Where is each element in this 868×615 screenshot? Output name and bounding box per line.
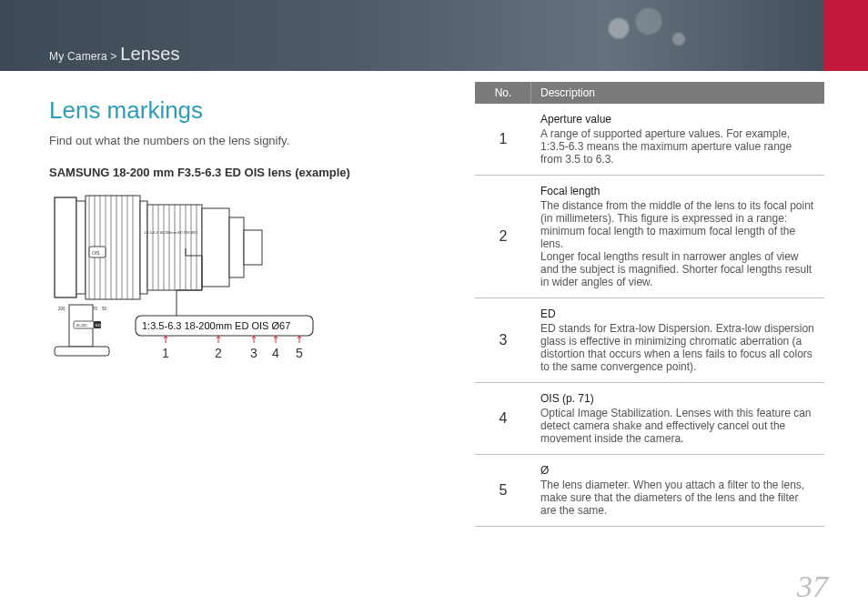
table-row: 3 EDED stands for Extra-low Dispersion. … [475, 298, 824, 383]
svg-text:200: 200 [58, 307, 66, 311]
breadcrumb-separator: > [110, 50, 116, 63]
svg-rect-7 [244, 230, 262, 265]
svg-rect-6 [229, 217, 244, 277]
example-lens-title: SAMSUNG 18-200 mm F3.5-6.3 ED OIS lens (… [49, 166, 431, 179]
row-desc: EDED stands for Extra-low Dispersion. Ex… [531, 298, 824, 383]
markings-text: 1:3.5-6.3 18-200mm ED OIS Ø67 [142, 320, 290, 331]
intro-text: Find out what the numbers on the lens si… [49, 134, 431, 147]
marking-label-2: 2 [215, 346, 222, 360]
svg-rect-5 [202, 208, 229, 287]
table-row: 1 Aperture valueA range of supported ape… [475, 104, 824, 176]
table-row: 2 Focal lengthThe distance from the midd… [475, 176, 824, 298]
svg-text:18-200: 18-200 [76, 323, 87, 328]
content-area: Lens markings Find out what the numbers … [49, 82, 824, 579]
lens-flare-decoration [559, 0, 759, 71]
table-row: 4 OIS (p. 71)Optical Image Stabilization… [475, 383, 824, 455]
marking-label-4: 4 [272, 346, 279, 360]
row-desc: Aperture valueA range of supported apert… [531, 104, 824, 176]
breadcrumb: My Camera > Lenses [49, 44, 180, 65]
th-no: No. [475, 82, 531, 104]
lens-diagram: OIS 2001351007050 1:3.5-6.3 18-200mm ED … [49, 190, 322, 390]
row-no: 5 [475, 455, 531, 527]
marking-label-3: 3 [250, 346, 257, 360]
marking-label-1: 1 [162, 346, 169, 360]
left-column: Lens markings Find out what the numbers … [49, 82, 431, 579]
row-no: 4 [475, 383, 531, 455]
svg-rect-1 [76, 201, 86, 294]
svg-rect-3 [140, 201, 147, 294]
row-desc: OIS (p. 71)Optical Image Stabilization. … [531, 383, 824, 455]
markings-table: No. Description 1 Aperture valueA range … [475, 82, 824, 527]
row-desc: ØThe lens diameter. When you attach a fi… [531, 455, 824, 527]
svg-rect-0 [55, 197, 76, 297]
svg-text:70: 70 [93, 307, 98, 311]
th-desc: Description [531, 82, 824, 104]
manual-page: My Camera > Lenses Lens markings Find ou… [0, 0, 868, 615]
svg-text:OIS: OIS [92, 250, 100, 256]
svg-text:50: 50 [102, 307, 107, 311]
row-no: 3 [475, 298, 531, 383]
row-no: 2 [475, 176, 531, 298]
breadcrumb-section: My Camera [49, 50, 107, 63]
svg-rect-51 [55, 347, 109, 356]
row-no: 1 [475, 104, 531, 176]
marking-label-5: 5 [296, 346, 303, 360]
svg-text:ED: ED [96, 323, 101, 328]
row-desc: Focal lengthThe distance from the middle… [531, 176, 824, 298]
page-title: Lens markings [49, 96, 431, 125]
right-column: No. Description 1 Aperture valueA range … [475, 82, 824, 579]
breadcrumb-topic: Lenses [120, 44, 180, 64]
table-row: 5 ØThe lens diameter. When you attach a … [475, 455, 824, 527]
page-number: 37 [797, 570, 828, 604]
svg-text:1:3.5-6.3 18-200mm ED OIS Ø67: 1:3.5-6.3 18-200mm ED OIS Ø67 [144, 230, 198, 235]
